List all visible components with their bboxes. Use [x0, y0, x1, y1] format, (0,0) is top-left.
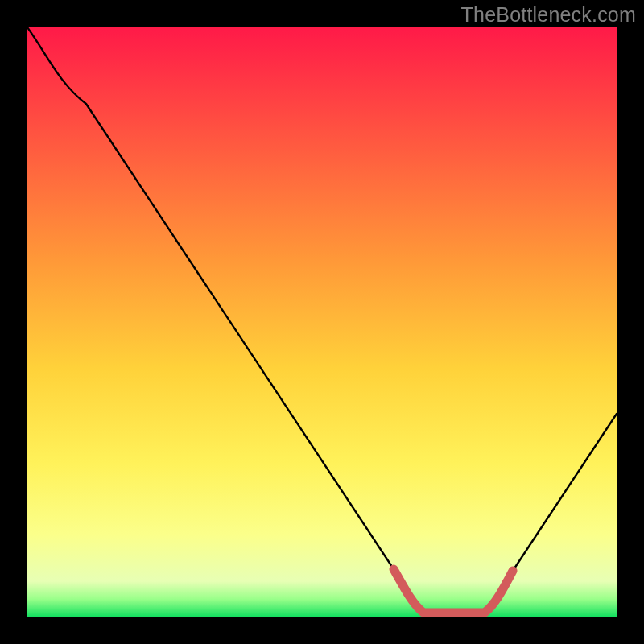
plot-area — [27, 27, 617, 617]
gradient-background — [27, 27, 617, 617]
chart-svg — [27, 27, 617, 617]
chart-frame: TheBottleneck.com — [0, 0, 644, 644]
watermark-text: TheBottleneck.com — [461, 3, 636, 27]
